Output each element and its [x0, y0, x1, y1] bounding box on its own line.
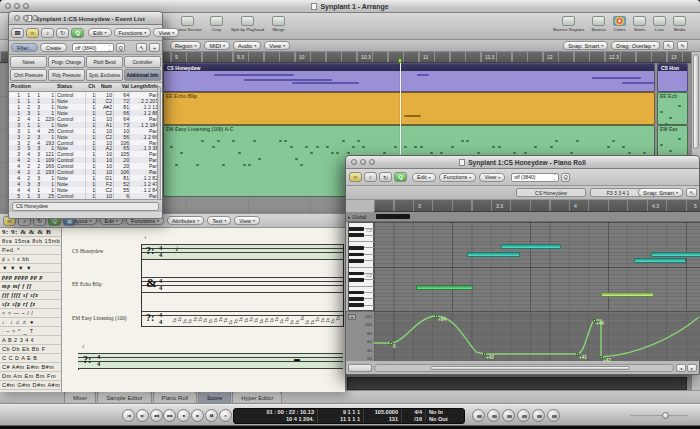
go-to-position-button[interactable]: ▶| [136, 409, 149, 422]
filter-controller[interactable]: Controller [124, 56, 161, 68]
piano-roll-ruler[interactable]: 33.344.35 [374, 200, 700, 212]
region-ee-ech[interactable]: EE Ech [657, 92, 688, 125]
part-box-row[interactable]: ppp pppp pp p [0, 273, 61, 282]
menu-piano-roll-functions[interactable]: Functions▾ [439, 173, 477, 182]
part-box-row[interactable]: Ped. * [0, 246, 61, 255]
scrollbar-thumb[interactable] [430, 366, 630, 370]
region-cs-honeydew[interactable]: CS Honeydew [163, 63, 655, 92]
part-box-row[interactable]: 9: 9: & & & B [0, 228, 61, 237]
click-button[interactable] [532, 409, 545, 422]
piano-roll-titlebar[interactable]: Synplant 1:CS Honeydew - Piano Roll [346, 156, 699, 169]
part-box-row[interactable]: A B 2 3 4 ¢ [0, 336, 61, 345]
scroll-left-icon[interactable]: ◂ [676, 364, 686, 372]
part-box-row[interactable]: · – > ^ ‿ T [0, 327, 61, 336]
replace-button[interactable] [502, 409, 515, 422]
filter-notes[interactable]: Notes [10, 56, 47, 68]
toolbar-button-crop[interactable]: Crop [210, 16, 223, 32]
piano-roll-window-controls[interactable] [351, 159, 375, 165]
automation-curve[interactable] [374, 312, 700, 362]
midi-note[interactable] [651, 252, 700, 257]
part-box-row[interactable]: ♯ ♭ ♮ x bb [0, 255, 61, 264]
menu-score-view[interactable]: View▾ [234, 216, 260, 225]
column-position[interactable]: Position [11, 83, 37, 89]
staff-ee-echo-blip[interactable]: & 44 [142, 277, 343, 293]
black-key[interactable] [349, 233, 364, 237]
filter-additional-info[interactable]: Additional Info [124, 69, 161, 81]
part-box-row[interactable]: Cb Db Eb Bb F [0, 345, 61, 354]
black-key[interactable] [349, 291, 364, 295]
column-ch[interactable]: Ch [86, 83, 95, 89]
midi-note[interactable] [634, 258, 686, 263]
toolbar-button-split-by-playhead[interactable]: Split by Playhead [231, 16, 264, 32]
part-box-row[interactable]: C C D A E B [0, 354, 61, 363]
toolbar-button-merge[interactable]: Merge [272, 16, 285, 32]
midi-in-button[interactable]: ♪ [41, 28, 54, 38]
catch-button[interactable]: ↻ [56, 28, 69, 38]
quantize-button[interactable]: Q [561, 173, 570, 182]
quantize-select[interactable]: off (3840)⌃⌄ [511, 173, 559, 182]
solo-button[interactable] [517, 409, 530, 422]
midi-out-button[interactable]: ☎ [11, 28, 24, 38]
toolbar-button-media[interactable]: Media [673, 16, 686, 32]
create-mode-button[interactable]: Create [40, 43, 67, 52]
menu-arrange-audio[interactable]: Audio▾ [233, 41, 261, 50]
pointer-tool-button[interactable]: ↖ [663, 41, 674, 50]
menu-arrange-view[interactable]: View▾ [264, 41, 290, 50]
menu-arrange-region[interactable]: Region▾ [170, 41, 201, 50]
midi-note[interactable] [601, 292, 654, 297]
score-paper[interactable]: 1 CS Honeydew ?: 44 ♩ EE Echo Blip & 44 … [62, 228, 345, 392]
part-box-row[interactable]: mp mf f ff [0, 282, 61, 291]
catch-button[interactable]: ↻ [379, 172, 392, 182]
volume-slider[interactable] [630, 414, 688, 418]
black-key[interactable] [349, 253, 364, 257]
menu-piano-roll-view[interactable]: View▾ [479, 173, 505, 182]
black-key[interactable] [349, 297, 364, 301]
toolbar-button-notes[interactable]: Notes [633, 16, 646, 32]
toolbar-button-lists[interactable]: Lists [653, 16, 666, 32]
black-key[interactable] [349, 303, 364, 307]
part-box-row[interactable]: C# A#m E#m B#m [0, 363, 61, 372]
menu-arrange-midi[interactable]: MIDI▾ [204, 41, 230, 50]
part-box-row[interactable]: C#m G#m D#m A#m [0, 381, 61, 390]
part-box-row[interactable]: Dm Am Em Bm Fm [0, 372, 61, 381]
arrange-window-controls[interactable] [5, 3, 29, 9]
scroll-arrows[interactable]: ◂ ▸ [676, 364, 698, 372]
tab-piano-roll[interactable]: Piano Roll [153, 391, 197, 403]
snap-select[interactable]: Snap:Smart ▾ [638, 188, 683, 197]
rewind-button[interactable]: ◀◀ [150, 409, 163, 422]
filter-mode-button[interactable]: Filter... [11, 43, 38, 52]
crosshair-tool-button[interactable]: + [149, 43, 160, 52]
midi-in-button[interactable]: ♪ [364, 172, 377, 182]
forward-button[interactable]: ▶▶ [163, 409, 176, 422]
column-status[interactable]: Status [57, 83, 85, 89]
column-length-info[interactable]: Length/Info [130, 83, 158, 89]
column-val[interactable]: Val [114, 83, 129, 89]
link-button[interactable]: ∞ [26, 28, 39, 38]
staff-cs-honeydew[interactable]: ?: 44 ♩ [142, 244, 343, 260]
go-to-begin-button[interactable]: |◀ [122, 409, 135, 422]
midi-note[interactable] [501, 244, 561, 249]
scroll-right-icon[interactable]: ▸ [687, 364, 697, 372]
sync-button[interactable] [547, 409, 560, 422]
autopunch-button[interactable] [487, 409, 500, 422]
tab-score[interactable]: Score [198, 391, 231, 403]
part-box-row[interactable]: fff ffff sf sfz [0, 291, 61, 300]
quantize-select[interactable]: off (3840)⌃⌄ [72, 43, 114, 52]
piano-roll-hscrollbar[interactable] [374, 364, 674, 372]
filter-pitch-bend[interactable]: Pitch Bend [86, 56, 123, 68]
pencil-tool-button[interactable]: ✎ [677, 41, 688, 50]
tab-hyper-editor[interactable]: Hyper Editor [232, 391, 282, 403]
zoom-widget[interactable] [348, 364, 372, 372]
menu-score-text[interactable]: Text▾ [207, 216, 231, 225]
part-box-row[interactable]: < > — ~ / / [0, 309, 61, 318]
column-num[interactable]: Num [97, 83, 112, 89]
cycle-button[interactable] [472, 409, 485, 422]
score-part-box[interactable]: 9: 9: & & & B8va 15ma 8vb 15mbPed. *♯ ♭ … [0, 228, 62, 392]
filter-chnl-pressure[interactable]: Chnl Pressure [10, 69, 47, 81]
filter-syst-exclusive[interactable]: Syst. Exclusive [86, 69, 123, 81]
pointer-tool-button[interactable]: ↖ [686, 188, 697, 197]
volume-knob[interactable] [662, 412, 669, 419]
global-track-row[interactable]: ▸ Global [346, 212, 700, 222]
part-box-row[interactable]: ♩ ♪ ♫ ♬ ● [0, 318, 61, 327]
disclosure-button[interactable]: ▾ [348, 314, 356, 320]
